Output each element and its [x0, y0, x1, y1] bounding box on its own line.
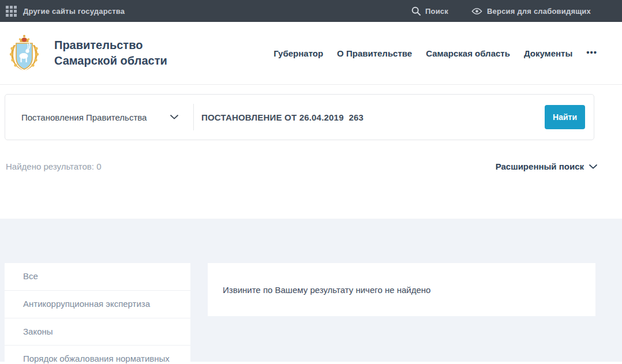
chevron-down-icon [589, 164, 597, 169]
sidebar-item-anticorruption-expertise[interactable]: Антикоррупционная экспертиза [5, 291, 190, 318]
nav-item-about-government[interactable]: О Правительстве [337, 48, 412, 58]
sidebar-item-laws[interactable]: Законы [5, 318, 190, 346]
coat-of-arms-logo [6, 33, 43, 73]
accessibility-version-button[interactable]: Версия для слабовидящих [471, 7, 591, 16]
main-nav: Губернатор О Правительстве Самарская обл… [273, 48, 597, 58]
grid-icon [6, 6, 17, 17]
accessibility-version-label: Версия для слабовидящих [487, 7, 591, 16]
search-query-input[interactable] [201, 112, 537, 122]
other-sites-link[interactable]: Другие сайты государства [6, 6, 125, 17]
category-sidebar: Все Антикоррупционная экспертиза Законы … [5, 263, 190, 364]
nav-item-documents[interactable]: Документы [524, 48, 572, 58]
results-card: Извините по Вашему результату ничего не … [208, 263, 595, 316]
search-panel-divider [193, 104, 194, 130]
category-dropdown[interactable]: Постановления Правительства [21, 112, 178, 122]
topbar-right-group: Поиск Версия для слабовидящих [411, 6, 591, 16]
advanced-search-toggle[interactable]: Расширенный поиск [496, 162, 597, 171]
site-header: Правительство Самарской области Губернат… [0, 22, 622, 85]
chevron-down-icon [170, 115, 178, 119]
nav-more-button[interactable]: ••• [586, 47, 597, 57]
search-icon [411, 6, 421, 16]
advanced-search-label: Расширенный поиск [496, 162, 584, 171]
empty-results-message: Извините по Вашему результату ничего не … [223, 285, 430, 295]
search-section: Постановления Правительства Найти Найден… [0, 85, 622, 219]
sidebar-item-appeal-procedure[interactable]: Порядок обжалования нормативных правовых… [5, 346, 190, 364]
site-title-line2: Самарской области [54, 53, 167, 69]
sidebar-item-all[interactable]: Все [5, 263, 190, 291]
category-dropdown-value: Постановления Правительства [21, 112, 147, 122]
results-count: Найдено результатов: 0 [6, 162, 101, 171]
site-logo-link[interactable]: Правительство Самарской области [6, 33, 167, 73]
topbar-search-button[interactable]: Поиск [411, 6, 448, 16]
other-sites-label: Другие сайты государства [23, 7, 125, 16]
nav-item-samara-region[interactable]: Самарская область [426, 48, 510, 58]
eye-icon [471, 7, 482, 15]
topbar: Другие сайты государства Поиск Версия дл… [0, 0, 622, 22]
site-title-line1: Правительство [54, 37, 167, 53]
content-area: Все Антикоррупционная экспертиза Законы … [0, 219, 622, 362]
find-button[interactable]: Найти [545, 105, 585, 129]
site-title: Правительство Самарской области [54, 37, 167, 68]
search-panel: Постановления Правительства Найти [5, 94, 594, 140]
nav-item-governor[interactable]: Губернатор [273, 48, 323, 58]
topbar-search-label: Поиск [425, 7, 448, 16]
results-row: Найдено результатов: 0 Расширенный поиск [6, 162, 597, 171]
